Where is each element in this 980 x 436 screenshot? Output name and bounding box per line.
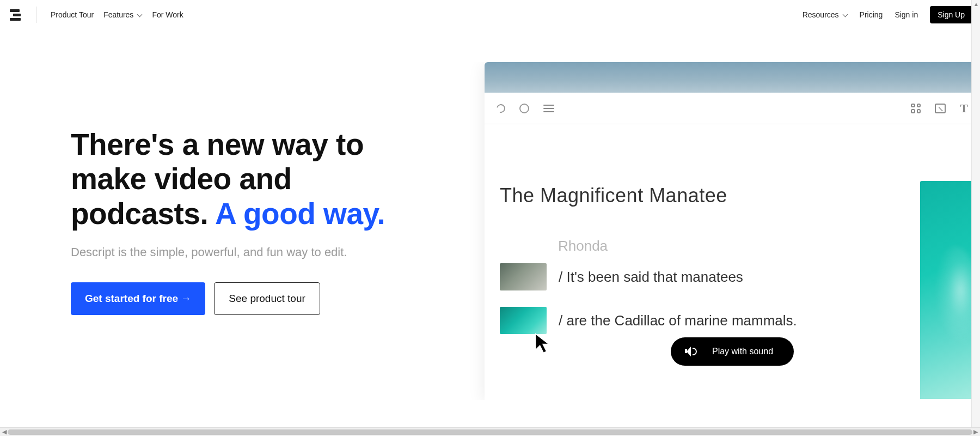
menu-icon[interactable]	[543, 105, 554, 112]
demo-title: The Magnificent Manatee	[500, 184, 964, 207]
nav-product-tour[interactable]: Product Tour	[51, 10, 94, 19]
scroll-left-arrow-icon[interactable]: ◀	[2, 428, 7, 435]
hero-demo: T The Magnificent Manatee Rhonda / It's …	[425, 62, 980, 400]
nav-resources-label: Resources	[803, 10, 839, 19]
demo-video-strip	[485, 62, 980, 93]
nav-right: Resources Pricing Sign in Sign Up	[803, 6, 972, 23]
image-icon[interactable]	[935, 104, 946, 113]
hero-copy: There's a new way to make video and podc…	[0, 62, 425, 315]
transcript-text-2: / are the Cadillac of marine mammals.	[559, 312, 797, 329]
get-started-button[interactable]: Get started for free →	[71, 282, 205, 315]
brand-logo-icon[interactable]	[10, 9, 22, 21]
transcript-text-1: / It's been said that manatees	[559, 269, 743, 286]
nav-sign-in[interactable]: Sign in	[895, 10, 918, 19]
grid-icon[interactable]	[911, 104, 921, 113]
text-tool-icon[interactable]: T	[960, 101, 968, 116]
undo-icon[interactable]	[497, 104, 505, 113]
cta-row: Get started for free → See product tour	[71, 282, 425, 315]
see-product-tour-button[interactable]: See product tour	[214, 282, 320, 315]
transcript-line-2[interactable]: / are the Cadillac of marine mammals.	[500, 307, 964, 334]
demo-window: T The Magnificent Manatee Rhonda / It's …	[485, 62, 980, 400]
nav-pricing[interactable]: Pricing	[860, 10, 883, 19]
speaker-icon	[685, 346, 697, 358]
nav-features[interactable]: Features	[103, 10, 142, 19]
cursor-icon	[534, 332, 552, 354]
top-nav: Product Tour Features For Work Resources…	[0, 0, 980, 29]
chevron-down-icon	[137, 12, 142, 17]
speaker-label: Rhonda	[558, 238, 964, 255]
horizontal-scrollbar[interactable]: ◀ ▶	[0, 427, 980, 436]
nav-for-work[interactable]: For Work	[152, 10, 183, 19]
clip-thumbnail-2	[500, 307, 547, 334]
clip-thumbnail-1	[500, 263, 547, 290]
nav-resources[interactable]: Resources	[803, 10, 848, 19]
record-icon[interactable]	[519, 104, 529, 113]
nav-left: Product Tour Features For Work	[8, 7, 183, 23]
transcript-line-1[interactable]: / It's been said that manatees	[500, 263, 964, 290]
chevron-down-icon	[842, 12, 848, 17]
sign-up-button[interactable]: Sign Up	[930, 6, 972, 23]
headline-accent: A good way.	[215, 197, 385, 231]
scrollbar-thumb[interactable]	[8, 429, 972, 435]
demo-body: The Magnificent Manatee Rhonda / It's be…	[485, 124, 980, 350]
subheadline: Descript is the simple, powerful, and fu…	[71, 245, 425, 259]
headline: There's a new way to make video and podc…	[71, 128, 425, 231]
scroll-up-arrow-icon[interactable]: ▲	[973, 1, 979, 7]
vertical-scrollbar[interactable]: ▲	[971, 0, 980, 427]
nav-divider	[36, 7, 36, 23]
nav-features-label: Features	[103, 10, 133, 19]
toolbar-right: T	[911, 101, 968, 116]
play-with-sound-button[interactable]: Play with sound	[671, 337, 794, 366]
toolbar-left	[497, 104, 554, 113]
play-label: Play with sound	[712, 347, 773, 356]
hero-section: There's a new way to make video and podc…	[0, 29, 980, 400]
scroll-right-arrow-icon[interactable]: ▶	[973, 428, 978, 435]
demo-toolbar: T	[485, 93, 980, 124]
